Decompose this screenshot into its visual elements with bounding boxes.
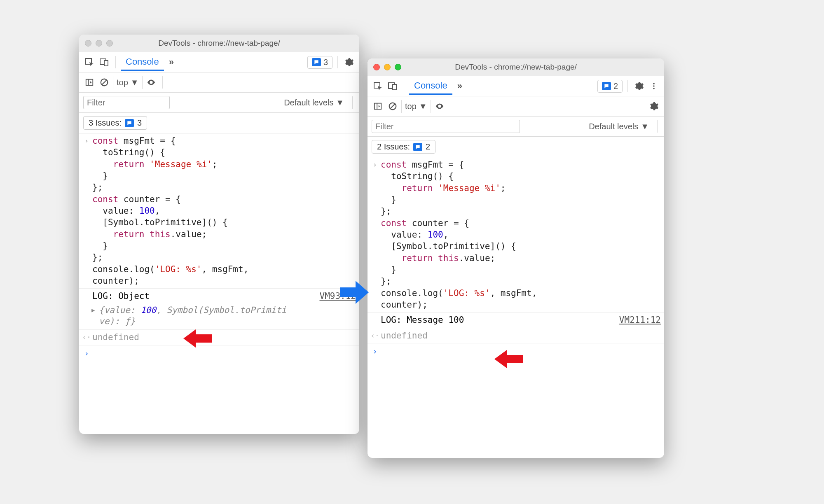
titlebar: DevTools - chrome://new-tab-page/ (368, 58, 664, 76)
input-caret-icon: › (369, 159, 381, 310)
more-tabs-icon[interactable]: » (166, 57, 176, 68)
transition-arrow-icon (340, 280, 369, 305)
context-label: top (405, 102, 417, 111)
highlight-arrow-icon (494, 350, 523, 368)
zoom-dot[interactable] (106, 40, 113, 47)
issues-badge-icon (413, 143, 422, 151)
clear-console-icon[interactable] (98, 76, 110, 89)
svg-line-17 (391, 104, 395, 109)
gear-icon[interactable] (648, 100, 660, 112)
context-label: top (117, 78, 128, 87)
main-toolbar: Console » 3 (79, 52, 359, 72)
inspect-icon[interactable] (83, 56, 96, 68)
caret-down-icon: ▼ (131, 78, 139, 87)
message-badge-icon (602, 82, 611, 90)
gear-icon[interactable] (633, 80, 645, 92)
prompt-caret-icon: › (369, 346, 381, 357)
return-caret-icon: ‹· (81, 332, 92, 342)
close-dot[interactable] (373, 64, 380, 70)
levels-dropdown[interactable]: Default levels ▼ (284, 98, 344, 107)
kebab-icon[interactable] (648, 80, 660, 92)
undefined-text: undefined (92, 331, 139, 343)
svg-line-6 (102, 80, 107, 85)
return-value-row: ‹· undefined (368, 328, 664, 343)
messages-badge[interactable]: 2 (597, 80, 623, 93)
issues-count: 2 (426, 142, 430, 152)
filter-bar: Default levels ▼ (368, 117, 664, 137)
svg-rect-14 (375, 103, 382, 110)
device-toggle-icon[interactable] (386, 80, 399, 92)
devtools-window-after: DevTools - chrome://new-tab-page/ Consol… (368, 58, 664, 458)
filter-bar: Default levels ▼ (79, 93, 359, 113)
log-text: LOG: Message 100 (381, 314, 464, 326)
sidebar-toggle-icon[interactable] (372, 100, 384, 112)
issues-bar: 2 Issues: 2 (368, 137, 664, 157)
input-caret-icon: › (81, 135, 92, 287)
device-toggle-icon[interactable] (98, 56, 110, 68)
log-text: LOG: Object (92, 290, 150, 302)
messages-count: 3 (323, 58, 328, 67)
svg-point-18 (439, 105, 440, 107)
context-selector[interactable]: top ▼ (113, 76, 143, 89)
tab-console[interactable]: Console (121, 54, 164, 71)
zoom-dot[interactable] (395, 64, 401, 70)
console-toolbar: top ▼ (79, 72, 359, 93)
tab-console[interactable]: Console (409, 78, 452, 95)
caret-down-icon: ▼ (419, 102, 427, 111)
console-output: › const msgFmt = { toString() { return '… (368, 157, 664, 458)
undefined-text: undefined (381, 330, 428, 341)
svg-point-11 (653, 83, 655, 84)
clear-console-icon[interactable] (386, 100, 399, 112)
gear-icon[interactable] (343, 56, 355, 68)
svg-point-7 (150, 82, 152, 83)
issues-label: 3 Issues: (89, 118, 122, 128)
svg-rect-2 (104, 61, 108, 66)
issues-button[interactable]: 2 Issues: 2 (372, 140, 435, 154)
issues-bar: 3 Issues: 3 (79, 113, 359, 133)
sidebar-toggle-icon[interactable] (83, 76, 96, 89)
prompt-caret-icon: › (81, 348, 92, 359)
log-output-row[interactable]: LOG: Message 100 VM211:12 (368, 312, 664, 327)
minimize-dot[interactable] (96, 40, 102, 47)
caret-down-icon: ▼ (641, 122, 649, 131)
message-badge-icon (312, 58, 321, 66)
messages-count: 2 (613, 82, 618, 91)
eye-icon[interactable] (145, 76, 157, 89)
svg-rect-10 (393, 84, 396, 90)
messages-badge[interactable]: 3 (307, 56, 332, 69)
eye-icon[interactable] (433, 100, 446, 112)
return-caret-icon: ‹· (369, 331, 381, 341)
code-input[interactable]: const msgFmt = { toString() { return 'Me… (92, 135, 248, 287)
prompt-row[interactable]: › (79, 345, 359, 362)
issues-count: 3 (137, 118, 142, 128)
levels-dropdown[interactable]: Default levels ▼ (589, 122, 649, 131)
object-preview[interactable]: ▶ {value: 100, Symbol(Symbol.toPrimiti v… (79, 304, 359, 330)
svg-point-12 (653, 85, 655, 87)
window-title: DevTools - chrome://new-tab-page/ (79, 39, 359, 48)
filter-input[interactable] (83, 96, 170, 109)
svg-rect-3 (86, 79, 93, 86)
highlight-arrow-icon (183, 329, 212, 348)
close-dot[interactable] (85, 40, 91, 47)
more-tabs-icon[interactable]: » (455, 81, 465, 91)
inspect-icon[interactable] (372, 80, 384, 92)
svg-point-13 (653, 88, 655, 89)
filter-input[interactable] (372, 120, 520, 133)
caret-down-icon: ▼ (336, 98, 344, 107)
context-selector[interactable]: top ▼ (401, 100, 431, 113)
issues-badge-icon (125, 119, 134, 127)
issues-label: 2 Issues: (377, 142, 410, 152)
source-link[interactable]: VM211:12 (619, 314, 661, 326)
minimize-dot[interactable] (384, 64, 391, 70)
issues-button[interactable]: 3 Issues: 3 (83, 116, 147, 130)
console-output: › const msgFmt = { toString() { return '… (79, 133, 359, 434)
devtools-window-before: DevTools - chrome://new-tab-page/ Consol… (79, 35, 359, 434)
code-input[interactable]: const msgFmt = { toString() { return 'Me… (381, 159, 537, 310)
return-value-row: ‹· undefined (79, 329, 359, 345)
expand-triangle-icon[interactable]: ▶ (91, 306, 95, 314)
window-title: DevTools - chrome://new-tab-page/ (368, 63, 664, 72)
log-output-row[interactable]: LOG: Object VM93:12 (79, 288, 359, 303)
titlebar: DevTools - chrome://new-tab-page/ (79, 35, 359, 52)
main-toolbar: Console » 2 (368, 76, 664, 96)
console-toolbar: top ▼ (368, 96, 664, 117)
